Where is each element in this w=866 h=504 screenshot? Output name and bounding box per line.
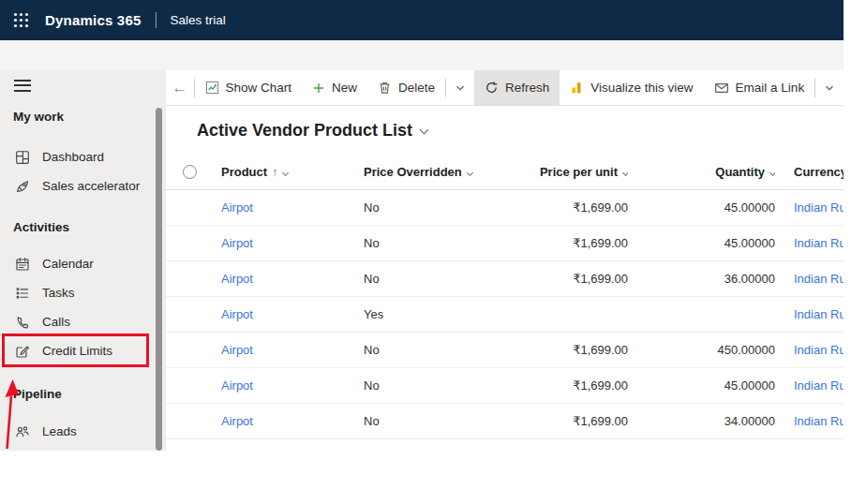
table-row[interactable]: Airpot No ₹1,699.00 450.00000 Indian Rup… (166, 333, 844, 368)
table-row[interactable]: Airpot No ₹1,699.00 45.00000 Indian Rupe… (166, 368, 844, 404)
edit-icon (15, 343, 31, 359)
currency-link[interactable]: Indian Rupee (794, 343, 844, 357)
currency-link[interactable]: Indian Rupee (794, 307, 844, 321)
quantity-cell: 45.00000 (628, 200, 775, 215)
sitemap-sidebar: My work Dashboard Sales accelerator Acti… (0, 70, 166, 451)
topbar-divider (156, 12, 157, 28)
command-bar: ← Show Chart New (166, 70, 844, 106)
table-row[interactable]: Airpot No ₹1,699.00 36.00000 Indian Rupe… (166, 261, 844, 297)
price-per-unit-cell: ₹1,699.00 (505, 343, 628, 357)
rocket-icon (15, 178, 31, 194)
main-content: ← Show Chart New (166, 70, 844, 451)
sidebar-item-label: Sales accelerator (42, 179, 140, 193)
sidebar-group-my-work: My work (13, 110, 64, 124)
quantity-cell: 45.00000 (628, 236, 775, 250)
email-link-button[interactable]: Email a Link (704, 70, 815, 105)
back-button[interactable]: ← (166, 70, 194, 105)
phone-icon (15, 314, 31, 330)
chevron-down-icon (282, 170, 289, 176)
top-navigation-bar: Dynamics 365 Sales trial (0, 0, 844, 40)
product-link[interactable]: Airpot (221, 236, 253, 250)
sort-ascending-icon: ↑ (272, 166, 277, 179)
sidebar-item-label: Calendar (42, 257, 94, 271)
subheader-strip (0, 40, 844, 70)
sidebar-item-sales-accelerator[interactable]: Sales accelerator (0, 171, 154, 200)
grid-header-row: Product↑ Price Overridden Price per unit… (166, 155, 844, 190)
product-link[interactable]: Airpot (221, 378, 253, 393)
table-row[interactable]: Airpot No ₹1,699.00 34.00000 Indian Rupe… (166, 404, 844, 439)
sidebar-item-label: Leads (42, 424, 77, 438)
column-header-product[interactable]: Product↑ (221, 165, 288, 179)
chevron-down-icon (467, 170, 473, 176)
nav-toggle-button[interactable] (14, 80, 31, 93)
sidebar-item-calendar[interactable]: Calendar (0, 249, 154, 278)
sidebar-item-label: Calls (42, 315, 70, 329)
price-overridden-cell: No (355, 272, 505, 286)
more-commands-button[interactable] (815, 70, 844, 105)
currency-link[interactable]: Indian Rupee (794, 272, 844, 286)
delete-icon (378, 81, 392, 95)
tasks-icon (15, 285, 31, 301)
quantity-cell: 450.00000 (628, 343, 775, 357)
refresh-button[interactable]: Refresh (474, 70, 560, 105)
price-overridden-cell: Yes (355, 307, 505, 321)
sidebar-item-label: Dashboard (42, 150, 104, 164)
table-row[interactable]: Airpot Yes Indian Rupee (166, 297, 844, 333)
sidebar-item-dashboard[interactable]: Dashboard (0, 142, 154, 171)
people-icon (15, 423, 31, 439)
currency-link[interactable]: Indian Rupee (794, 378, 844, 393)
sidebar-scrollbar[interactable] (156, 108, 162, 451)
price-per-unit-cell: ₹1,699.00 (505, 272, 628, 286)
add-icon (312, 82, 325, 95)
price-per-unit-cell: ₹1,699.00 (505, 378, 628, 393)
visualize-view-button[interactable]: Visualize this view (560, 70, 703, 105)
price-overridden-cell: No (355, 414, 505, 428)
column-header-currency[interactable]: Currency (794, 165, 844, 179)
sidebar-item-tasks[interactable]: Tasks (0, 278, 154, 307)
product-link[interactable]: Airpot (221, 414, 253, 428)
sidebar-group-pipeline: Pipeline (13, 387, 62, 401)
quantity-cell: 45.00000 (628, 378, 775, 393)
product-link[interactable]: Airpot (221, 200, 253, 215)
app-name-label[interactable]: Sales trial (170, 13, 225, 27)
chevron-down-icon (420, 125, 429, 134)
refresh-icon (485, 81, 499, 95)
quantity-cell: 34.00000 (628, 414, 775, 428)
sidebar-item-calls[interactable]: Calls (0, 307, 154, 336)
currency-link[interactable]: Indian Rupee (794, 414, 844, 428)
waffle-icon (13, 12, 29, 28)
chevron-down-icon (455, 82, 466, 94)
show-chart-button[interactable]: Show Chart (195, 70, 303, 105)
price-per-unit-cell: ₹1,699.00 (505, 414, 628, 428)
table-row[interactable]: Airpot No ₹1,699.00 45.00000 Indian Rupe… (166, 190, 844, 226)
delete-button[interactable]: Delete (367, 70, 445, 105)
show-chart-icon (205, 81, 219, 95)
column-header-quantity[interactable]: Quantity (715, 165, 775, 179)
sidebar-item-credit-limits[interactable]: Credit Limits (0, 336, 154, 365)
price-overridden-cell: No (355, 378, 505, 393)
new-button[interactable]: New (302, 70, 367, 105)
price-overridden-cell: No (355, 236, 505, 250)
app-launcher-button[interactable] (0, 0, 41, 40)
price-per-unit-cell: ₹1,699.00 (505, 236, 628, 250)
view-title-row: Active Vendor Product List (166, 106, 844, 155)
column-header-price-overridden[interactable]: Price Overridden (364, 165, 472, 179)
select-all-circle[interactable] (183, 165, 197, 179)
currency-link[interactable]: Indian Rupee (794, 236, 844, 250)
sidebar-item-leads[interactable]: Leads (0, 417, 154, 446)
back-arrow-icon: ← (172, 79, 187, 97)
vendor-product-grid: Product↑ Price Overridden Price per unit… (166, 155, 844, 451)
email-icon (714, 81, 729, 96)
product-link[interactable]: Airpot (221, 272, 253, 286)
view-selector[interactable]: Active Vendor Product List (197, 121, 412, 141)
visualize-icon (570, 81, 584, 95)
delete-split-button[interactable] (446, 70, 474, 105)
sidebar-item-label: Credit Limits (42, 344, 112, 358)
brand-title[interactable]: Dynamics 365 (45, 12, 141, 28)
sidebar-item-label: Tasks (42, 286, 75, 300)
table-row[interactable]: Airpot No ₹1,699.00 45.00000 Indian Rupe… (166, 226, 844, 261)
column-header-price-per-unit[interactable]: Price per unit (540, 165, 628, 179)
product-link[interactable]: Airpot (221, 343, 253, 357)
product-link[interactable]: Airpot (221, 307, 253, 321)
currency-link[interactable]: Indian Rupee (794, 200, 844, 215)
